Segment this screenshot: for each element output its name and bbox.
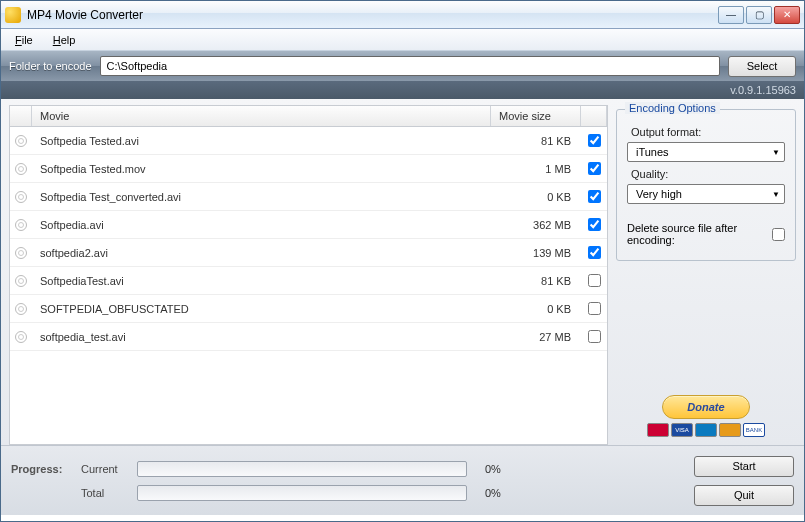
list-body[interactable]: Softpedia Tested.avi81 KBSoftpedia Teste… — [9, 127, 608, 445]
quality-value: Very high — [636, 188, 682, 200]
table-row[interactable]: Softpedia Test_converted.avi0 KB — [10, 183, 607, 211]
start-button[interactable]: Start — [694, 456, 794, 477]
file-size: 81 KB — [491, 135, 581, 147]
file-name: SOFTPEDIA_OBFUSCTATED — [32, 303, 491, 315]
menubar: File Help — [1, 29, 804, 51]
table-row[interactable]: Softpedia.avi362 MB — [10, 211, 607, 239]
table-row[interactable]: softpedia2.avi139 MB — [10, 239, 607, 267]
output-format-combo[interactable]: iTunes ▼ — [627, 142, 785, 162]
progress-title: Progress: — [11, 463, 71, 475]
minimize-button[interactable]: — — [718, 6, 744, 24]
file-name: Softpedia Test_converted.avi — [32, 191, 491, 203]
include-checkbox[interactable] — [588, 246, 601, 259]
encoding-options-group: Encoding Options Output format: iTunes ▼… — [616, 109, 796, 261]
file-name: softpedia2.avi — [32, 247, 491, 259]
file-size: 139 MB — [491, 247, 581, 259]
close-button[interactable]: ✕ — [774, 6, 800, 24]
donate-button[interactable]: Donate — [662, 395, 750, 419]
quality-label: Quality: — [631, 168, 785, 180]
file-name: Softpedia Tested.mov — [32, 163, 491, 175]
side-pane: Encoding Options Output format: iTunes ▼… — [616, 105, 796, 445]
output-format-value: iTunes — [636, 146, 669, 158]
file-size: 27 MB — [491, 331, 581, 343]
folder-label: Folder to encode — [9, 60, 92, 72]
chevron-down-icon: ▼ — [772, 148, 780, 157]
file-name: SoftpediaTest.avi — [32, 275, 491, 287]
table-row[interactable]: softpedia_test.avi27 MB — [10, 323, 607, 351]
folder-bar: Folder to encode Select — [1, 51, 804, 81]
window-buttons: — ▢ ✕ — [718, 6, 800, 24]
discover-icon — [719, 423, 741, 437]
include-checkbox[interactable] — [588, 330, 601, 343]
lock-icon — [10, 135, 32, 147]
current-label: Current — [81, 463, 127, 475]
work-area: Movie Movie size Softpedia Tested.avi81 … — [1, 99, 804, 445]
menu-help[interactable]: Help — [45, 32, 84, 48]
visa-icon: VISA — [671, 423, 693, 437]
output-format-label: Output format: — [631, 126, 785, 138]
table-row[interactable]: Softpedia Tested.mov1 MB — [10, 155, 607, 183]
file-name: softpedia_test.avi — [32, 331, 491, 343]
file-size: 0 KB — [491, 191, 581, 203]
header-check-col[interactable] — [581, 106, 607, 126]
group-legend: Encoding Options — [625, 102, 720, 114]
include-checkbox[interactable] — [588, 134, 601, 147]
version-bar: v.0.9.1.15963 — [1, 81, 804, 99]
include-checkbox[interactable] — [588, 274, 601, 287]
lock-icon — [10, 275, 32, 287]
quality-combo[interactable]: Very high ▼ — [627, 184, 785, 204]
table-row[interactable]: SoftpediaTest.avi81 KB — [10, 267, 607, 295]
lock-icon — [10, 191, 32, 203]
file-size: 0 KB — [491, 303, 581, 315]
current-percent: 0% — [485, 463, 501, 475]
version-label: v.0.9.1.15963 — [730, 84, 796, 96]
file-name: Softpedia.avi — [32, 219, 491, 231]
header-movie[interactable]: Movie — [32, 106, 491, 126]
lock-icon — [10, 219, 32, 231]
chevron-down-icon: ▼ — [772, 190, 780, 199]
table-row[interactable]: SOFTPEDIA_OBFUSCTATED0 KB — [10, 295, 607, 323]
mastercard-icon — [647, 423, 669, 437]
file-size: 81 KB — [491, 275, 581, 287]
include-checkbox[interactable] — [588, 190, 601, 203]
delete-source-label: Delete source file after encoding: — [627, 222, 766, 246]
include-checkbox[interactable] — [588, 218, 601, 231]
donate-area: Donate VISA BANK — [616, 395, 796, 445]
total-label: Total — [81, 487, 127, 499]
titlebar: MP4 Movie Converter — ▢ ✕ — [1, 1, 804, 29]
maximize-button[interactable]: ▢ — [746, 6, 772, 24]
file-name: Softpedia Tested.avi — [32, 135, 491, 147]
select-button[interactable]: Select — [728, 56, 796, 77]
header-size[interactable]: Movie size — [491, 106, 581, 126]
quit-button[interactable]: Quit — [694, 485, 794, 506]
file-list-pane: Movie Movie size Softpedia Tested.avi81 … — [9, 105, 608, 445]
file-size: 362 MB — [491, 219, 581, 231]
include-checkbox[interactable] — [588, 162, 601, 175]
lock-icon — [10, 303, 32, 315]
lock-icon — [10, 331, 32, 343]
header-icon-col[interactable] — [10, 106, 32, 126]
menu-file[interactable]: File — [7, 32, 41, 48]
bank-icon: BANK — [743, 423, 765, 437]
window-title: MP4 Movie Converter — [27, 8, 718, 22]
lock-icon — [10, 163, 32, 175]
total-progressbar — [137, 485, 467, 501]
payment-icons: VISA BANK — [616, 423, 796, 437]
total-percent: 0% — [485, 487, 501, 499]
footer: Progress: Current 0% Total 0% Start Quit — [1, 445, 804, 515]
amex-icon — [695, 423, 717, 437]
delete-source-checkbox[interactable] — [772, 228, 785, 241]
lock-icon — [10, 247, 32, 259]
app-icon — [5, 7, 21, 23]
file-size: 1 MB — [491, 163, 581, 175]
current-progressbar — [137, 461, 467, 477]
folder-input[interactable] — [100, 56, 720, 76]
list-header: Movie Movie size — [9, 105, 608, 127]
table-row[interactable]: Softpedia Tested.avi81 KB — [10, 127, 607, 155]
include-checkbox[interactable] — [588, 302, 601, 315]
